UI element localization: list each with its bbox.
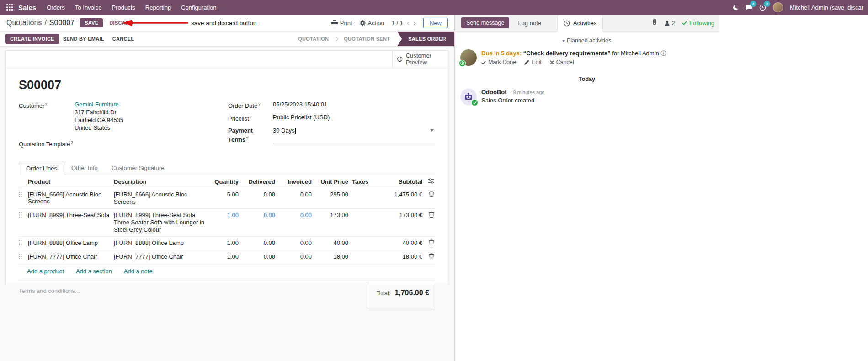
cell-product[interactable]: [FURN_6666] Acoustic Bloc Screens (28, 191, 114, 205)
optional-columns-icon[interactable] (422, 178, 435, 184)
pager-previous-icon[interactable]: ‹ (407, 20, 410, 26)
help-tooltip[interactable]: ? (45, 102, 47, 106)
chevron-down-icon[interactable] (430, 129, 434, 132)
menu-orders[interactable]: Orders (42, 4, 70, 11)
activities-clock-icon[interactable]: 2 (759, 4, 766, 11)
terms-placeholder[interactable]: Terms and conditions... (19, 287, 80, 308)
cell-invoiced[interactable]: 0.00 (275, 239, 312, 246)
cell-delivered[interactable]: 0.00 (239, 212, 275, 218)
tab-order-lines[interactable]: Order Lines (19, 162, 64, 175)
cell-invoiced[interactable]: 0.00 (275, 191, 312, 198)
menu-configuration[interactable]: Configuration (176, 4, 221, 11)
table-row[interactable]: [FURN_8888] Office Lamp [FURN_8888] Offi… (19, 237, 435, 250)
cell-product[interactable]: [FURN_7777] Office Chair (28, 253, 114, 260)
col-taxes[interactable]: Taxes (348, 178, 377, 185)
pager-next-icon[interactable]: › (413, 20, 416, 26)
apps-grid-icon[interactable] (5, 2, 15, 12)
drag-handle-icon[interactable] (19, 253, 28, 261)
following-toggle[interactable]: Following (682, 20, 714, 27)
stage[interactable]: SALES ORDER (397, 32, 454, 46)
add-note-link[interactable]: Add a note (124, 268, 153, 275)
activities-tab[interactable]: Activities (557, 15, 603, 32)
quotation-template-field[interactable] (83, 139, 228, 148)
print-button[interactable]: Print (331, 20, 352, 27)
cell-unit-price[interactable]: 295.00 (312, 191, 348, 198)
app-name[interactable]: Sales (18, 4, 36, 11)
add-product-link[interactable]: Add a product (27, 268, 64, 275)
stage[interactable]: QUOTATION (291, 32, 336, 46)
col-quantity[interactable]: Quantity (212, 178, 239, 185)
delete-row-button[interactable] (422, 212, 435, 218)
customer-preview-button[interactable]: Customer Preview (392, 51, 448, 68)
cell-quantity[interactable]: 5.00 (212, 191, 239, 198)
delete-row-button[interactable] (422, 239, 435, 245)
drag-handle-icon[interactable] (19, 212, 28, 219)
tab-customer-signature[interactable]: Customer Signature (105, 162, 171, 175)
cell-unit-price[interactable]: 18.00 (312, 253, 348, 260)
col-product[interactable]: Product (28, 178, 114, 185)
drag-handle-icon[interactable] (19, 191, 28, 199)
cell-quantity[interactable]: 1.00 (212, 239, 239, 246)
edit-activity-button[interactable]: Edit (524, 59, 542, 65)
new-button[interactable]: New (423, 18, 448, 28)
cell-product[interactable]: [FURN_8888] Office Lamp (28, 239, 114, 246)
user-avatar[interactable] (773, 2, 783, 12)
cell-delivered[interactable]: 0.00 (239, 253, 275, 260)
cell-delivered[interactable]: 0.00 (239, 239, 275, 246)
menu-products[interactable]: Products (107, 4, 140, 11)
col-unit-price[interactable]: Unit Price (312, 178, 348, 185)
cancel-activity-button[interactable]: Cancel (550, 59, 574, 65)
stage[interactable]: QUOTATION SENT (336, 32, 397, 46)
customer-link[interactable]: Gemini Furniture (75, 101, 119, 108)
col-delivered[interactable]: Delivered (239, 178, 275, 185)
menu-to-invoice[interactable]: To Invoice (70, 4, 107, 11)
action-button[interactable]: Action (360, 20, 384, 27)
help-tooltip[interactable]: ? (71, 140, 73, 145)
log-note-button[interactable]: Log note (514, 17, 545, 29)
cell-product[interactable]: [FURN_8999] Three-Seat Sofa (28, 212, 114, 218)
delete-row-button[interactable] (422, 191, 435, 197)
cell-invoiced[interactable]: 0.00 (275, 212, 312, 218)
help-tooltip[interactable]: ? (246, 136, 249, 140)
cell-description[interactable]: [FURN_8888] Office Lamp (114, 239, 212, 247)
pricelist-field[interactable]: Public Pricelist (USD) (273, 113, 435, 122)
info-icon[interactable] (660, 50, 666, 56)
table-row[interactable]: [FURN_7777] Office Chair [FURN_7777] Off… (19, 250, 435, 264)
save-button[interactable]: SAVE (80, 18, 103, 27)
cell-description[interactable]: [FURN_6666] Acoustic Bloc Screens (114, 191, 212, 206)
tab-other-info[interactable]: Other Info (64, 162, 105, 175)
cell-unit-price[interactable]: 40.00 (312, 239, 348, 246)
col-invoiced[interactable]: Invoiced (275, 178, 312, 185)
cell-description[interactable]: [FURN_8999] Three-Seat SofaThree Seater … (114, 212, 212, 234)
col-subtotal[interactable]: Subtotal (377, 178, 422, 185)
mark-done-button[interactable]: Mark Done (481, 59, 516, 65)
cell-unit-price[interactable]: 173.00 (312, 212, 348, 218)
send-by-email-button[interactable]: SEND BY EMAIL (59, 34, 108, 44)
cell-quantity[interactable]: 1.00 (212, 253, 239, 260)
table-row[interactable]: [FURN_8999] Three-Seat Sofa [FURN_8999] … (19, 209, 435, 237)
cancel-button[interactable]: CANCEL (108, 34, 138, 44)
cell-description[interactable]: [FURN_7777] Office Chair (114, 253, 212, 260)
drag-handle-icon[interactable] (19, 239, 28, 247)
followers-button[interactable]: 2 (664, 20, 675, 27)
table-row[interactable]: [FURN_6666] Acoustic Bloc Screens [FURN_… (19, 188, 435, 209)
delete-row-button[interactable] (422, 253, 435, 259)
breadcrumb-quotations[interactable]: Quotations (6, 19, 42, 27)
payment-terms-field[interactable]: 30 Days (273, 127, 435, 143)
menu-reporting[interactable]: Reporting (140, 4, 176, 11)
help-tooltip[interactable]: ? (250, 115, 252, 119)
planned-activities-header[interactable]: ▾Planned activities (455, 32, 719, 46)
col-description[interactable]: Description (114, 178, 212, 185)
messages-icon[interactable]: 4 (745, 4, 752, 11)
cell-invoiced[interactable]: 0.00 (275, 253, 312, 260)
moon-icon[interactable] (733, 5, 738, 10)
cell-delivered[interactable]: 0.00 (239, 191, 275, 198)
help-tooltip[interactable]: ? (258, 102, 260, 106)
cell-quantity[interactable]: 1.00 (212, 212, 239, 218)
create-invoice-button[interactable]: CREATE INVOICE (5, 34, 59, 44)
send-message-button[interactable]: Send message (461, 17, 509, 28)
order-date-field[interactable]: 05/25/2023 15:40:01 (273, 101, 435, 110)
message-author[interactable]: OdooBot (481, 89, 507, 96)
attach-files-button[interactable] (652, 19, 657, 27)
add-section-link[interactable]: Add a section (76, 268, 112, 275)
